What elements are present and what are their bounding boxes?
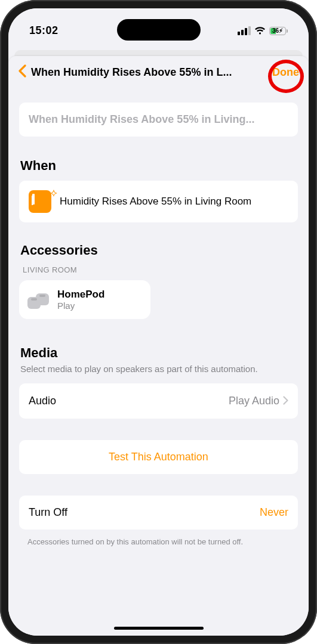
status-time: 15:02 (29, 24, 59, 37)
back-button[interactable] (18, 64, 26, 80)
when-heading: When (20, 158, 297, 174)
homepod-icon (27, 291, 49, 309)
accessory-tile[interactable]: HomePod Play (19, 280, 150, 319)
automation-name-field[interactable]: When Humidity Rises Above 55% in Living.… (19, 103, 298, 137)
done-button[interactable]: Done (272, 66, 299, 79)
battery-icon: 36⚡︎ (269, 27, 288, 35)
accessory-subtitle: Play (57, 301, 104, 311)
when-condition-card[interactable]: ⟡ Humidity Rises Above 55% in Living Roo… (19, 181, 298, 222)
audio-value: Play Audio (229, 395, 279, 407)
audio-row[interactable]: Audio Play Audio (19, 383, 298, 419)
humidity-sensor-icon: ⟡ (29, 190, 51, 213)
dynamic-island (117, 19, 201, 41)
screen: 15:02 36⚡︎ When Humidity Rises Above 55%… (8, 8, 309, 636)
turn-off-row[interactable]: Turn Off Never (19, 496, 298, 530)
when-condition-text: Humidity Rises Above 55% in Living Room (60, 195, 251, 209)
accessory-title: HomePod (57, 289, 104, 301)
phone-frame: 15:02 36⚡︎ When Humidity Rises Above 55%… (0, 0, 317, 644)
home-indicator[interactable] (114, 627, 204, 630)
accessories-heading: Accessories (20, 243, 297, 258)
nav-bar: When Humidity Rises Above 55% in L... Do… (8, 56, 309, 86)
room-group-label: Living Room (23, 265, 298, 274)
chevron-right-icon (283, 394, 288, 408)
turn-off-footer: Accessories turned on by this automation… (19, 533, 298, 547)
name-placeholder: When Humidity Rises Above 55% in Living.… (29, 113, 288, 126)
audio-label: Audio (29, 395, 56, 407)
cellular-icon (238, 26, 251, 35)
nav-title: When Humidity Rises Above 55% in L... (31, 66, 267, 79)
turn-off-value: Never (260, 506, 288, 519)
turn-off-label: Turn Off (29, 506, 67, 519)
media-heading: Media (20, 345, 297, 361)
wifi-icon (254, 27, 266, 35)
test-automation-button[interactable]: Test This Automation (19, 440, 298, 474)
modal-sheet: When Humidity Rises Above 55% in L... Do… (8, 56, 309, 636)
media-subtitle: Select media to play on speakers as part… (20, 363, 297, 375)
